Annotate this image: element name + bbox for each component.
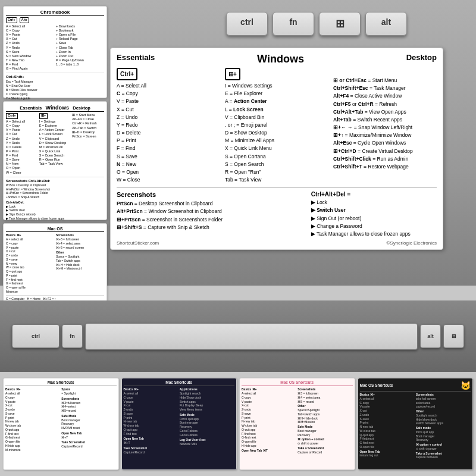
mac-shortcuts-sticker-3: Mac OS Shortcuts Basics ⌘+ A-select all …: [239, 378, 355, 470]
footer-right: ©Synerlogic Electronics: [386, 240, 437, 246]
small-win-essentials-col: Ctrl+ A = Select all C = Copy V = Paste …: [6, 113, 38, 175]
sticker-footer: ShortcutSticker.com ©Synerlogic Electron…: [117, 240, 437, 246]
essentials-title: Essentials: [117, 53, 155, 65]
main-windows-sticker: Essentials Windows Desktop Ctrl+ A = Sel…: [110, 48, 443, 250]
keyboard-bottom-area: ctrl fn alt ⊞: [0, 300, 476, 372]
spacebar-key: [85, 323, 418, 350]
win-bottom-key: ⊞: [443, 324, 464, 348]
cat-icon: 🐱: [461, 380, 471, 391]
fn-key: fn: [273, 12, 314, 36]
mac-shortcuts-sticker-4: Mac OS Shortcuts 🐱 Basics ⌘+ A-select al…: [358, 378, 474, 470]
small-win-desktop-col: ⊞ = Start Menu Alt+F4 = Close Ctrl+R = R…: [72, 113, 104, 175]
ctrl-header: Ctrl+: [117, 68, 137, 80]
screenshots-section-title: Screenshots: [117, 191, 305, 198]
ctrl-key: ctrl: [226, 12, 268, 36]
mac-shortcuts-sticker-2: Mac Shortcuts Basics ⌘+ A-select all C-c…: [121, 378, 237, 470]
mac-shortcuts-3-title: Mac OS Shortcuts: [242, 380, 353, 386]
task-manager-text: Task Manager allows: [317, 231, 364, 237]
ctrl-alt-del-title: Ctrl+Alt+Del =: [311, 191, 437, 198]
footer-left: ShortcutSticker.com: [117, 240, 159, 246]
keyboard-keys-area: ctrl fn ⊞ alt: [226, 12, 407, 36]
desktop-shortcuts-col: ⊞ or Ctrl+Esc = Start Menu Ctrl+Shift+Es…: [333, 68, 437, 184]
win-header: ⊞+: [225, 68, 240, 80]
desktop-title: Desktop: [406, 53, 437, 65]
win-key: ⊞: [319, 12, 361, 36]
windows-title: Windows: [257, 53, 304, 65]
switch-user-text: Switch User: [317, 207, 346, 213]
mac-shortcuts-1-title: Mac Shortcuts: [5, 380, 117, 386]
small-win-windows-col: ⊞+ I = Settings E = Explorer A = Action …: [39, 113, 71, 175]
chromebook-alt-col: + Downloads + Bookmark + Open a File + R…: [56, 24, 104, 71]
chromebook-title: Chromebook: [6, 9, 104, 16]
ctrl-bottom-key: ctrl: [12, 324, 60, 348]
fn-bottom-key: fn: [62, 324, 83, 348]
mac-shortcuts-sticker-1: Mac Shortcuts Basics ⌘+ A-select all C-c…: [3, 378, 119, 470]
essentials-col: Ctrl+ A = Select All C = Copy V = Paste …: [117, 68, 220, 184]
mac-shortcuts-2-title: Mac Shortcuts: [124, 380, 235, 386]
chromebook-sticker: Chromebook Ctrl+ Alt+ A = Select all C =…: [3, 6, 107, 98]
bottom-stickers-row: Mac Shortcuts Basics ⌘+ A-select all C-c…: [0, 378, 476, 470]
small-windows-sticker: Essentials Windows Desktop Ctrl+ A = Sel…: [3, 101, 107, 220]
alt-key: alt: [365, 12, 407, 36]
alt-bottom-key: alt: [420, 324, 441, 348]
chromebook-ctrl-col: A = Select all C = Copy V = Paste X = Cu…: [6, 24, 54, 71]
windows-shortcuts-col: ⊞+ I = Windows Settings E = File Explore…: [225, 68, 328, 184]
